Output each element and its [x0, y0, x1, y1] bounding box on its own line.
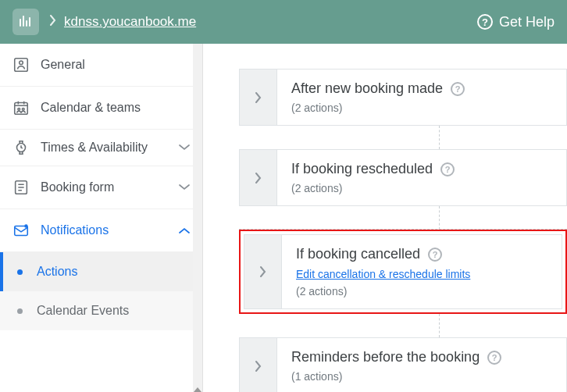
scroll-up-icon [194, 47, 201, 392]
card-after-booking[interactable]: After new booking made ? (2 actions) [239, 69, 567, 126]
card-title: Reminders before the booking [291, 349, 480, 365]
sub-item-calendar-events[interactable]: Calendar Events [0, 291, 202, 330]
expand-handle[interactable] [240, 69, 277, 125]
sidebar-item-general[interactable]: General [0, 44, 202, 87]
sidebar-item-times[interactable]: Times & Availability [0, 130, 202, 166]
card-meta: (2 actions) [291, 182, 552, 194]
chevron-right-icon [50, 15, 56, 29]
sidebar: General Calendar & teams Times & Availab… [0, 44, 203, 392]
help-icon: ? [477, 14, 493, 30]
sub-label: Calendar Events [37, 304, 129, 318]
watch-icon [12, 139, 30, 156]
sidebar-item-notifications[interactable]: Notifications [0, 209, 202, 252]
chevron-down-icon [179, 184, 190, 191]
nav-label: Calendar & teams [41, 101, 190, 115]
help-icon[interactable]: ? [440, 162, 455, 176]
expand-handle[interactable] [240, 338, 277, 392]
nav-label: Notifications [41, 223, 179, 237]
chevron-up-icon [179, 227, 190, 233]
logo-icon[interactable] [12, 9, 39, 35]
connector-icon [439, 126, 440, 149]
help-icon[interactable]: ? [451, 82, 465, 96]
card-cancelled[interactable]: If booking cancelled ? Edit cancellation… [244, 234, 562, 309]
mail-icon [12, 222, 30, 239]
help-icon[interactable]: ? [428, 248, 442, 262]
card-title: If booking rescheduled [291, 161, 433, 177]
breadcrumb-link[interactable]: kdnss.youcanbook.me [64, 14, 196, 30]
svg-point-1 [20, 61, 23, 65]
card-title: If booking cancelled [296, 246, 420, 262]
dot-icon [17, 308, 23, 314]
form-icon [12, 179, 30, 196]
card-meta: (2 actions) [291, 102, 552, 114]
sidebar-item-calendar-teams[interactable]: Calendar & teams [0, 87, 202, 130]
help-icon[interactable]: ? [487, 351, 501, 365]
calendar-team-icon [12, 99, 30, 116]
sub-label: Actions [37, 265, 77, 279]
svg-point-8 [24, 224, 27, 227]
expand-handle[interactable] [240, 150, 277, 205]
connector-h-icon [239, 229, 567, 230]
connector-icon [439, 314, 440, 337]
edit-cancellation-link[interactable]: Edit cancellation & reschedule limits [296, 268, 470, 280]
highlight-box: If booking cancelled ? Edit cancellation… [239, 230, 567, 314]
expand-handle[interactable] [244, 235, 282, 308]
card-meta: (1 actions) [291, 370, 552, 383]
chevron-down-icon [179, 144, 190, 151]
sidebar-item-booking-form[interactable]: Booking form [0, 166, 202, 209]
nav-label: Times & Availability [41, 141, 179, 155]
card-title: After new booking made [291, 80, 443, 97]
card-reminders[interactable]: Reminders before the booking ? (1 action… [239, 337, 567, 392]
nav-label: Booking form [41, 180, 179, 194]
svg-point-4 [22, 108, 24, 110]
sub-nav: Actions Calendar Events [0, 252, 202, 330]
user-badge-icon [12, 56, 30, 73]
card-rescheduled[interactable]: If booking rescheduled ? (2 actions) [239, 149, 567, 206]
svg-point-3 [18, 108, 20, 110]
nav-label: General [41, 58, 190, 72]
dot-icon [17, 269, 23, 275]
card-meta: (2 actions) [296, 285, 547, 298]
get-help-button[interactable]: ? Get Help [477, 14, 555, 30]
sub-item-actions[interactable]: Actions [0, 252, 202, 291]
scrollbar[interactable] [193, 44, 202, 392]
header-bar: kdnss.youcanbook.me ? Get Help [0, 0, 567, 44]
help-label: Get Help [499, 14, 555, 30]
connector-icon [439, 206, 440, 230]
main-panel: After new booking made ? (2 actions) If … [203, 44, 567, 392]
